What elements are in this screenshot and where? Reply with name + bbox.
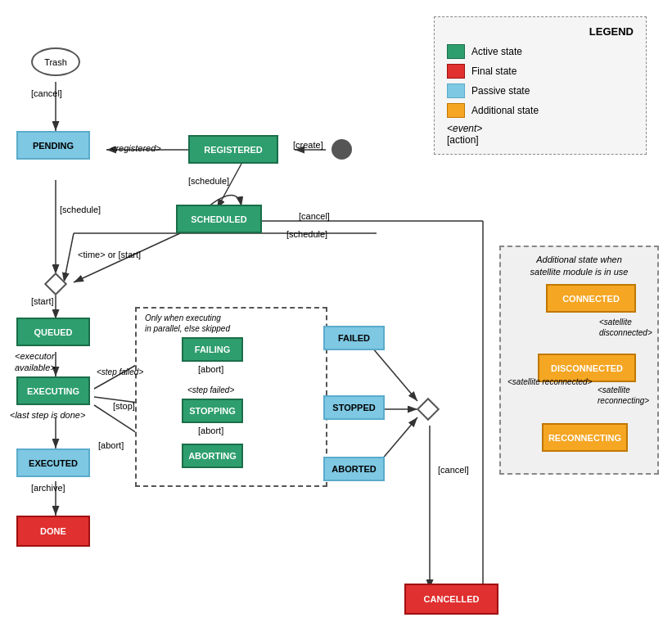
- label-cancel-top: [cancel]: [31, 88, 62, 98]
- label-satellite-reconnecting: <satellite reconnecting>: [598, 385, 657, 406]
- state-connected: CONNECTED: [546, 284, 636, 313]
- diagram-container: Trash [cancel] PENDING <registered> REGI…: [0, 0, 672, 631]
- label-executor: <executor available>: [15, 350, 88, 374]
- state-registered: REGISTERED: [188, 135, 278, 164]
- state-pending: PENDING: [16, 131, 90, 160]
- label-satellite-reconnected: <satellite reconnected>: [507, 376, 592, 387]
- diamond1: [44, 273, 67, 295]
- svg-line-28: [64, 233, 74, 282]
- state-failed: FAILED: [323, 326, 385, 350]
- legend-box: LEGEND Active state Final state Passive …: [434, 16, 647, 155]
- label-abort2: [abort]: [198, 426, 223, 435]
- label-cancel2: [cancel]: [438, 465, 469, 475]
- label-step-failed2: <step failed>: [187, 385, 234, 395]
- diamond2: [417, 398, 440, 421]
- state-queued: QUEUED: [16, 318, 90, 346]
- label-cancel-scheduled: [cancel]: [299, 211, 330, 221]
- parallel-box: Only when executingin parallel, else ski…: [135, 307, 327, 487]
- label-archive: [archive]: [31, 483, 65, 493]
- legend-title: LEGEND: [447, 25, 634, 38]
- state-trash: Trash: [31, 47, 80, 76]
- parallel-box-label: Only when executingin parallel, else ski…: [145, 313, 230, 334]
- state-stopping: STOPPING: [182, 399, 243, 423]
- state-executing: EXECUTING: [16, 376, 90, 405]
- legend-additional-state: Additional state: [471, 105, 539, 116]
- label-last-step: <last step is done>: [10, 409, 88, 421]
- state-executed: EXECUTED: [16, 448, 90, 477]
- label-registered-event: <registered>: [110, 143, 161, 153]
- state-aborted: ABORTED: [323, 457, 385, 481]
- state-cancelled: CANCELLED: [404, 584, 498, 615]
- svg-line-20: [372, 348, 417, 401]
- label-schedule2: [schedule]: [188, 176, 229, 186]
- legend-action-label: [action]: [447, 134, 479, 146]
- label-stop: [stop]: [113, 401, 135, 411]
- legend-final-state: Final state: [471, 65, 516, 77]
- additional-state-box: Additional state whensatellite module is…: [499, 246, 659, 475]
- svg-line-5: [217, 164, 241, 209]
- legend-passive-state: Passive state: [471, 85, 530, 97]
- label-abort-executing: [abort]: [98, 440, 124, 450]
- label-schedule1: [schedule]: [60, 205, 101, 214]
- label-start: [start]: [31, 296, 54, 306]
- label-abort1: [abort]: [198, 364, 223, 374]
- additional-state-title: Additional state whensatellite module is…: [507, 254, 651, 279]
- state-scheduled: SCHEDULED: [176, 205, 262, 233]
- label-step-failed1: <step failed>: [97, 367, 143, 377]
- label-time-or-start: <time> or [start]: [78, 250, 141, 259]
- state-aborting: ABORTING: [182, 444, 243, 468]
- state-reconnecting: RECONNECTING: [542, 423, 628, 452]
- state-failing: FAILING: [182, 337, 243, 362]
- legend-active-state: Active state: [471, 46, 522, 57]
- label-create: [create]: [293, 140, 323, 150]
- state-done: DONE: [16, 516, 90, 547]
- initial-state-circle: [331, 139, 352, 160]
- label-satellite-disconnected: <satellite disconnected>: [599, 317, 657, 338]
- state-stopped: STOPPED: [323, 395, 385, 420]
- legend-event-label: <event>: [447, 123, 482, 134]
- label-schedule-feedback: [schedule]: [286, 229, 327, 239]
